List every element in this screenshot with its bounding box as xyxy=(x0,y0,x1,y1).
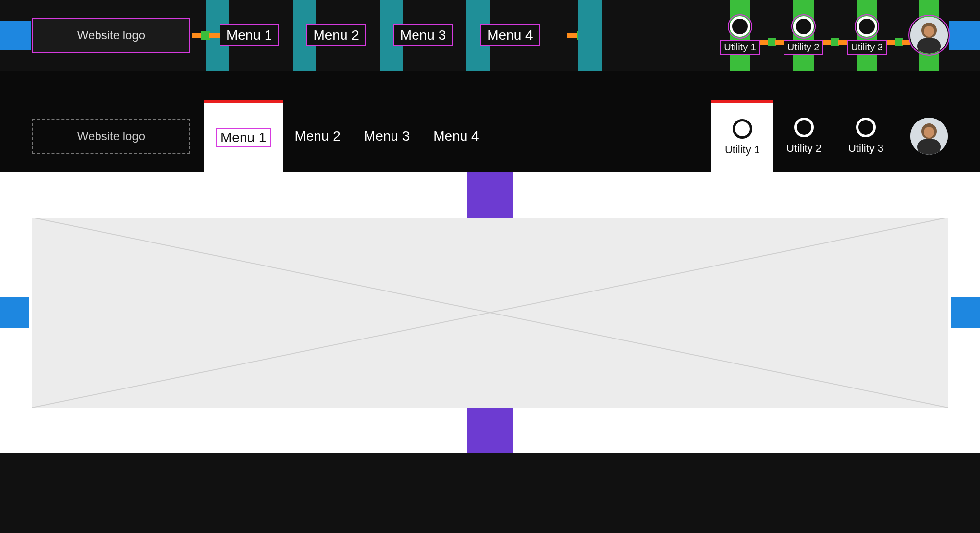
logo-placeholder[interactable]: Website logo xyxy=(32,119,190,154)
utility-menu: Utility 1 Utility 2 Utility 3 xyxy=(711,100,897,172)
tab-menu-2[interactable]: Menu 2 xyxy=(283,100,352,172)
fill-indicator-left-icon xyxy=(0,21,31,50)
utility-label: Utility 1 xyxy=(725,144,760,156)
utility-label: Utility 2 xyxy=(786,142,822,155)
utility-1[interactable]: Utility 1 xyxy=(711,100,773,172)
svg-point-2 xyxy=(924,26,934,37)
utility-3[interactable]: Utility 3 xyxy=(835,100,897,172)
avatar-icon xyxy=(910,118,948,155)
tab-menu-4[interactable]: Menu 4 xyxy=(421,100,490,172)
annotated-utility-menu: Utility 1 Utility 2 Utility 3 xyxy=(720,0,948,71)
circle-icon xyxy=(733,119,752,139)
logo-label: Website logo xyxy=(77,28,145,42)
menu-label: Menu 1 xyxy=(226,27,272,43)
annotated-nav: Website logo Menu 1 Menu 2 Menu 3 Menu 4… xyxy=(0,0,980,71)
tab-label: Menu 4 xyxy=(433,128,479,144)
circle-icon xyxy=(857,16,877,37)
svg-rect-7 xyxy=(917,139,941,155)
avatar-icon xyxy=(910,17,948,54)
hug-connector-icon xyxy=(823,40,847,45)
hero-placeholder xyxy=(32,218,948,408)
logo-label: Website logo xyxy=(77,129,145,143)
fill-indicator-right-icon xyxy=(949,21,980,50)
utility-2[interactable]: Utility 2 xyxy=(773,100,835,172)
utility-label: Utility 2 xyxy=(784,40,824,55)
menu-label: Menu 3 xyxy=(400,27,446,43)
annotated-utility-3[interactable]: Utility 3 xyxy=(847,0,887,71)
main-menu: Menu 1 Menu 2 Menu 3 Menu 4 xyxy=(204,100,491,172)
separator xyxy=(0,71,980,100)
circle-icon xyxy=(794,118,814,137)
fixed-spacing-top-icon xyxy=(467,172,513,218)
menu-label: Menu 2 xyxy=(313,27,359,43)
avatar[interactable] xyxy=(910,17,948,54)
avatar[interactable] xyxy=(910,118,948,155)
annotated-utility-2[interactable]: Utility 2 xyxy=(784,0,824,71)
annotated-main-menu: Menu 1 Menu 2 Menu 3 Menu 4 xyxy=(220,0,567,71)
annotated-menu-wrap: Menu 4 xyxy=(480,0,567,71)
tab-menu-1[interactable]: Menu 1 xyxy=(204,100,283,172)
hug-connector-icon xyxy=(760,40,784,45)
menu-label: Menu 4 xyxy=(487,27,533,43)
svg-point-6 xyxy=(924,127,934,138)
fill-indicator-left-icon xyxy=(0,297,29,328)
page-body xyxy=(0,172,980,453)
hug-connector-icon xyxy=(887,40,910,45)
circle-icon xyxy=(793,16,814,37)
utility-label: Utility 3 xyxy=(847,40,887,55)
fixed-spacing-bottom-icon xyxy=(467,408,513,453)
utility-label: Utility 1 xyxy=(720,40,760,55)
circle-icon xyxy=(730,16,750,37)
annotated-menu-1[interactable]: Menu 1 xyxy=(220,24,279,46)
annotated-avatar-wrap xyxy=(910,0,948,71)
annotated-menu-4[interactable]: Menu 4 xyxy=(480,24,539,46)
svg-rect-3 xyxy=(917,38,941,54)
annotated-menu-3[interactable]: Menu 3 xyxy=(393,24,453,46)
tab-label: Menu 3 xyxy=(364,128,410,144)
fill-indicator-right-icon xyxy=(951,297,980,328)
footer-area xyxy=(0,453,980,533)
tab-label: Menu 2 xyxy=(294,128,340,144)
hug-connector-icon xyxy=(567,33,595,38)
annotated-utility-1[interactable]: Utility 1 xyxy=(720,0,760,71)
logo-placeholder[interactable]: Website logo xyxy=(32,18,190,53)
placeholder-x-icon xyxy=(32,218,948,408)
utility-label: Utility 3 xyxy=(848,142,883,155)
tab-menu-3[interactable]: Menu 3 xyxy=(352,100,421,172)
hug-connector-icon xyxy=(192,33,220,38)
circle-icon xyxy=(856,118,876,137)
annotated-menu-2[interactable]: Menu 2 xyxy=(306,24,366,46)
main-nav: Website logo Menu 1 Menu 2 Menu 3 Menu 4… xyxy=(0,100,980,172)
tab-label: Menu 1 xyxy=(216,128,271,147)
